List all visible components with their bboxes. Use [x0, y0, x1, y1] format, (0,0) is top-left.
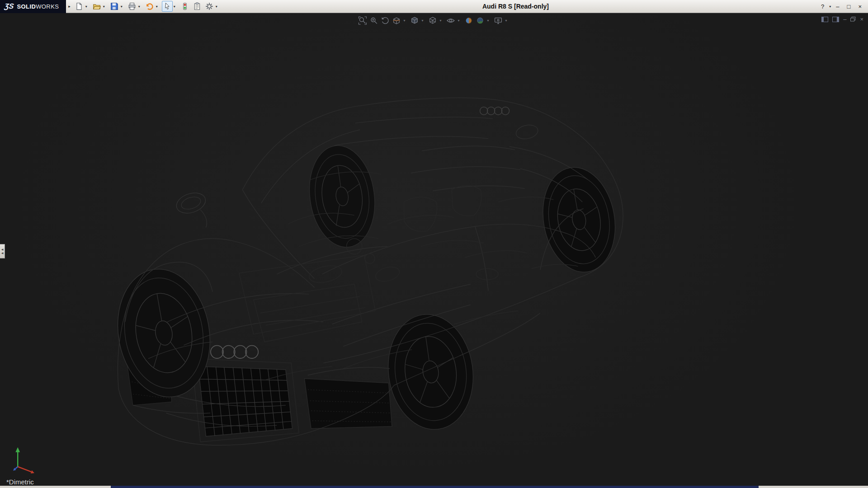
- select-cursor-icon: [163, 2, 171, 10]
- display-style-button[interactable]: [428, 15, 438, 25]
- tool-group-undo: ▾: [144, 1, 160, 12]
- save-dropdown[interactable]: ▾: [120, 5, 125, 9]
- feature-panel-splitter[interactable]: ◀ ◀: [0, 244, 5, 258]
- edit-appearance-button[interactable]: [464, 15, 474, 25]
- maximize-button[interactable]: □: [844, 2, 854, 11]
- edit-appearance-ball-icon: [464, 16, 473, 25]
- save-button[interactable]: [109, 1, 120, 12]
- new-document-dropdown[interactable]: ▾: [85, 5, 90, 9]
- pane-left-icon: [821, 17, 828, 22]
- options-button[interactable]: [204, 1, 215, 12]
- hide-show-items-button[interactable]: [446, 15, 456, 25]
- taskbar-edge-strip: [0, 486, 868, 488]
- solidworks-logo: ƷS SOLIDWORKS: [0, 0, 66, 13]
- zoom-to-fit-button[interactable]: [358, 15, 368, 25]
- file-properties-button[interactable]: [192, 1, 203, 12]
- rear-right-wheel: [535, 162, 623, 278]
- view-settings-icon: [494, 16, 502, 25]
- rear-left-wheel: [303, 141, 381, 252]
- previous-view-button[interactable]: [380, 15, 390, 25]
- tool-group-file-properties: [192, 1, 203, 12]
- view-orientation-button[interactable]: [410, 15, 420, 25]
- splitter-arrow-icon: ◀: [1, 252, 4, 254]
- menu-expand-arrow[interactable]: ▸: [66, 4, 73, 9]
- select-dropdown[interactable]: ▾: [173, 5, 178, 9]
- document-title: Audi R8 S [Read-only]: [482, 3, 549, 10]
- zoom-to-fit-icon: [358, 16, 367, 25]
- tool-group-open: ▾: [91, 1, 108, 12]
- zoom-to-area-button[interactable]: [369, 15, 379, 25]
- feature-pane-right-button[interactable]: [832, 17, 839, 22]
- print-button[interactable]: [127, 1, 137, 12]
- view-settings-dropdown[interactable]: ▾: [505, 19, 510, 23]
- tool-group-print: ▾: [127, 1, 143, 12]
- reference-triad: [10, 446, 39, 474]
- view-settings-button[interactable]: [493, 15, 503, 25]
- document-close-button[interactable]: ×: [860, 16, 863, 22]
- solidworks-logo-text: SOLIDWORKS: [17, 3, 59, 10]
- section-view-icon: [392, 16, 401, 25]
- select-button[interactable]: [162, 1, 173, 12]
- close-button[interactable]: ×: [855, 2, 864, 11]
- taskbar-center-segment[interactable]: [111, 486, 759, 488]
- audi-rings-rear: [480, 107, 509, 115]
- open-folder-icon: [93, 2, 101, 10]
- restore-icon: [850, 17, 856, 22]
- display-style-dropdown[interactable]: ▾: [439, 19, 444, 23]
- display-style-wireframe-icon: [428, 16, 437, 25]
- heads-up-view-toolbar: ▾ ▾ ▾ ▾ ▾ ▾: [358, 15, 510, 25]
- open-dropdown[interactable]: ▾: [102, 5, 108, 9]
- section-view-button[interactable]: [392, 15, 401, 25]
- menu-bar: ƷS SOLIDWORKS ▸ ▾ ▾ ▾ ▾: [0, 0, 868, 13]
- audi-rings-front: [211, 346, 258, 358]
- undo-button[interactable]: [144, 1, 155, 12]
- section-view-dropdown[interactable]: ▾: [403, 19, 408, 23]
- options-gear-icon: [205, 2, 213, 10]
- view-orientation-cube-icon: [410, 16, 419, 25]
- hide-show-items-dropdown[interactable]: ▾: [457, 19, 462, 23]
- help-button[interactable]: ?: [818, 2, 827, 11]
- document-restore-button[interactable]: [850, 17, 856, 22]
- car-wireframe-model[interactable]: [0, 13, 868, 488]
- view-orientation-dropdown[interactable]: ▾: [421, 19, 426, 23]
- new-document-button[interactable]: [74, 1, 85, 12]
- pane-right-icon: [832, 17, 839, 22]
- tool-group-save: ▾: [109, 1, 125, 12]
- document-minimize-button[interactable]: –: [843, 16, 846, 22]
- open-button[interactable]: [91, 1, 102, 12]
- undo-dropdown[interactable]: ▾: [155, 5, 160, 9]
- options-dropdown[interactable]: ▾: [215, 5, 220, 9]
- window-controls: ? ▾ – □ ×: [818, 0, 864, 13]
- hide-show-items-eye-icon: [446, 16, 455, 25]
- help-dropdown[interactable]: ▾: [829, 4, 831, 9]
- view-orientation-label: *Dimetric: [6, 478, 34, 486]
- rebuild-traffic-light-icon: [181, 2, 189, 10]
- splitter-arrow-icon: ◀: [1, 248, 4, 251]
- y-axis-arrowhead: [15, 447, 20, 452]
- taskbar-left-segment: [0, 486, 111, 488]
- minimize-button[interactable]: –: [833, 2, 842, 11]
- 3ds-logo-mark: ƷS: [4, 2, 14, 10]
- logo-text-bold: SOLID: [17, 3, 36, 10]
- document-window-controls: – ×: [821, 16, 863, 22]
- tool-group-select: ▾: [162, 1, 178, 12]
- rebuild-button[interactable]: [179, 1, 190, 12]
- x-axis: [18, 467, 31, 472]
- apply-scene-sphere-icon: [476, 16, 484, 25]
- print-icon: [128, 2, 136, 10]
- previous-view-icon: [381, 16, 389, 25]
- taskbar-right-segment: [759, 486, 868, 488]
- zoom-to-area-icon: [369, 16, 378, 25]
- tool-group-new: ▾: [74, 1, 90, 12]
- undo-icon: [146, 2, 154, 10]
- apply-scene-button[interactable]: [475, 15, 485, 25]
- print-dropdown[interactable]: ▾: [137, 5, 143, 9]
- tool-group-rebuild: [179, 1, 190, 12]
- quick-access-toolbar: ▾ ▾ ▾ ▾ ▾: [74, 1, 222, 12]
- feature-pane-left-button[interactable]: [821, 17, 828, 22]
- graphics-viewport[interactable]: ▾ ▾ ▾ ▾ ▾ ▾ –: [0, 13, 868, 488]
- apply-scene-dropdown[interactable]: ▾: [486, 19, 492, 23]
- z-axis: [15, 467, 18, 469]
- save-floppy-icon: [110, 2, 118, 10]
- file-properties-icon: [193, 2, 201, 10]
